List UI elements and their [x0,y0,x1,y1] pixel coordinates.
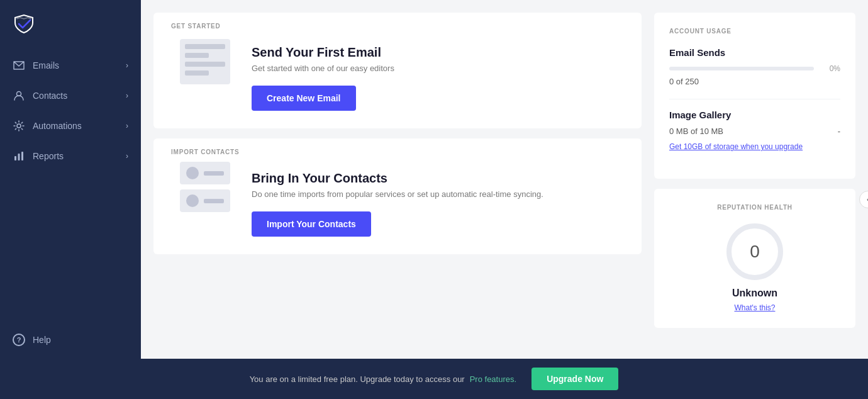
help-circle-icon: ? [13,334,25,346]
doc-line-3 [185,62,225,67]
reputation-status: Unknown [669,288,840,299]
footer-bar: You are on a limited free plan. Upgrade … [0,359,868,399]
email-doc-graphic [180,39,230,84]
contact-mini-card-1 [180,162,230,184]
import-contacts-label: IMPORT CONTACTS [171,149,239,155]
svg-point-1 [17,124,21,128]
get-started-label: GET STARTED [171,23,221,30]
import-contacts-title: Bring In Your Contacts [252,171,621,186]
storage-row: 0 MB of 10 MB - [669,126,840,136]
automations-chevron: › [126,121,128,130]
doc-line-2 [185,53,209,58]
reputation-score: 0 [750,242,760,262]
reputation-health-title: REPUTATION HEALTH [669,204,840,211]
sidebar-nav: Emails › Contacts › Automations › [0,50,141,321]
get-started-content: Send Your First Email Get started with o… [252,30,621,111]
get-started-title: Send Your First Email [252,45,621,60]
reputation-circle: 0 [726,223,783,280]
contacts-icon [13,89,25,102]
emails-chevron: › [126,61,128,70]
email-sends-stats: 0 of 250 [669,77,840,86]
footer-pro-link[interactable]: Pro features. [470,374,516,384]
contact-mini-card-2 [180,189,230,212]
image-gallery-label: Image Gallery [669,110,840,120]
import-contacts-button[interactable]: Import Your Contacts [252,211,371,237]
usage-divider [669,99,840,99]
sidebar-item-emails[interactable]: Emails › [0,50,141,81]
storage-current: 0 MB of 10 MB [669,126,723,136]
email-sends-bar-row: 0% [669,64,840,73]
cards-column: GET STARTED Send Your First Email Get st… [153,13,642,346]
right-panel: ACCOUNT USAGE Email Sends 0% 0 of 250 [654,13,855,346]
contact-illustration [174,162,236,231]
logo [0,0,141,50]
sidebar-bottom: ? Help [0,321,141,359]
import-contacts-card: IMPORT CONTACTS Bring In Your Contacts D… [153,138,642,254]
email-icon [13,59,25,72]
doc-line-4 [185,70,209,76]
contacts-chevron: › [126,91,128,100]
email-sends-percent: 0% [821,64,840,73]
upgrade-now-button[interactable]: Upgrade Now [531,368,618,390]
contact-avatar-1 [186,167,199,179]
import-contacts-content: Bring In Your Contacts Do one time impor… [252,156,621,237]
reports-chevron: › [126,152,128,160]
sidebar-item-contacts[interactable]: Contacts › [0,81,141,111]
email-sends-section: Email Sends 0% 0 of 250 [669,47,840,86]
email-sends-count: 0 of 250 [669,77,699,86]
svg-rect-2 [14,156,16,160]
storage-dash: - [838,126,840,136]
sidebar-item-automations[interactable]: Automations › [0,111,141,141]
get-started-card: GET STARTED Send Your First Email Get st… [153,13,642,128]
footer-text: You are on a limited free plan. Upgrade … [250,374,465,384]
doc-line-1 [185,44,225,49]
emails-label: Emails [33,60,59,70]
account-usage-title: ACCOUNT USAGE [669,28,840,35]
main-content: GET STARTED Send Your First Email Get st… [141,0,868,359]
email-sends-bar-bg [669,67,814,70]
contact-line-1 [204,171,224,176]
image-gallery-section: Image Gallery 0 MB of 10 MB - Get 10GB o… [669,110,840,151]
automations-icon [13,120,25,132]
get-started-desc: Get started with one of our easy editors [252,64,621,73]
contact-avatar-2 [186,194,199,207]
reputation-health-card: REPUTATION HEALTH 0 Unknown What's this? [654,189,855,328]
sidebar: Emails › Contacts › Automations › [0,0,141,359]
sidebar-item-reports[interactable]: Reports › [0,141,141,171]
import-contacts-desc: Do one time imports from popular service… [252,189,621,199]
automations-label: Automations [33,121,82,131]
sidebar-item-help[interactable]: ? Help [13,334,128,346]
email-illustration [174,39,236,102]
storage-upgrade-link[interactable]: Get 10GB of storage when you upgrade [669,142,840,151]
svg-rect-3 [18,154,20,160]
reports-icon [13,150,25,162]
svg-rect-4 [21,152,23,160]
help-label: Help [33,335,51,345]
create-new-email-button[interactable]: Create New Email [252,86,356,111]
reports-label: Reports [33,151,64,161]
contact-line-2 [204,199,224,203]
contacts-label: Contacts [33,91,67,101]
account-usage-card: ACCOUNT USAGE Email Sends 0% 0 of 250 [654,13,855,179]
email-sends-label: Email Sends [669,47,840,58]
reputation-whats-this-link[interactable]: What's this? [735,303,776,312]
